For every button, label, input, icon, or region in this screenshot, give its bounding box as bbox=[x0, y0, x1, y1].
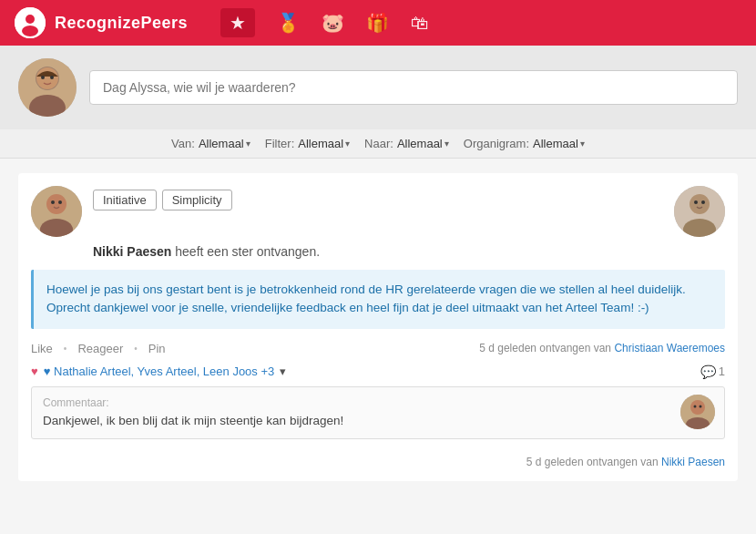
feed-content: Initiative Simplicity Nikki Paesen heeft… bbox=[0, 159, 756, 510]
post-meta-sender: Christiaan Waeremoes bbox=[614, 342, 725, 354]
svg-point-12 bbox=[51, 200, 55, 204]
svg-point-20 bbox=[690, 400, 705, 415]
comment-box: Commentaar: Dankjewel, ik ben blij dat i… bbox=[31, 386, 725, 440]
filter-chevron: ▾ bbox=[345, 139, 350, 149]
tag-simplicity: Simplicity bbox=[162, 190, 232, 211]
filter-naar: Naar: Allemaal ▾ bbox=[364, 137, 449, 150]
van-select[interactable]: Allemaal ▾ bbox=[199, 137, 250, 150]
post-action-links: Like • Reageer • Pin bbox=[31, 342, 166, 355]
post-tags: Initiative Simplicity bbox=[93, 186, 232, 211]
svg-point-1 bbox=[26, 15, 35, 24]
comment-count-number: 1 bbox=[719, 365, 725, 378]
svg-point-18 bbox=[701, 200, 705, 204]
post-message: Hoewel je pas bij ons gestart bent is je… bbox=[31, 270, 725, 329]
nav-star[interactable]: ★ bbox=[220, 8, 255, 37]
comment-count: 💬 1 bbox=[700, 365, 725, 379]
svg-point-8 bbox=[50, 76, 54, 79]
main-nav: ★ 🏅 🐷 🎁 🛍 bbox=[220, 8, 429, 37]
post-time-text: 5 d geleden ontvangen van bbox=[479, 342, 611, 354]
comment-meta: 5 d geleden ontvangen van Nikki Paesen bbox=[18, 452, 738, 481]
nav-gift[interactable]: 🎁 bbox=[366, 12, 389, 34]
svg-point-17 bbox=[694, 200, 698, 204]
dot-2: • bbox=[134, 344, 138, 354]
comment-label: Commentaar: bbox=[43, 396, 713, 409]
svg-point-7 bbox=[41, 76, 45, 79]
comment-bubble-icon: 💬 bbox=[700, 365, 716, 379]
svg-point-23 bbox=[700, 406, 702, 408]
app-title: RecognizePeers bbox=[55, 14, 188, 33]
filter-label: Filter: bbox=[265, 137, 295, 150]
van-chevron: ▾ bbox=[246, 139, 250, 149]
nav-piggy[interactable]: 🐷 bbox=[322, 12, 344, 34]
comment-author-name: Nikki Paesen bbox=[661, 456, 725, 468]
svg-point-2 bbox=[22, 26, 38, 36]
react-button[interactable]: Reageer bbox=[77, 342, 123, 355]
dot-1: • bbox=[64, 344, 67, 354]
post-header: Initiative Simplicity bbox=[18, 173, 738, 237]
naar-select[interactable]: Allemaal ▾ bbox=[397, 137, 449, 150]
filter-organigram: Organigram: Allemaal ▾ bbox=[464, 137, 585, 150]
app-header: RecognizePeers ★ 🏅 🐷 🎁 🛍 bbox=[0, 0, 756, 46]
search-area bbox=[0, 46, 756, 129]
likes-names[interactable]: ♥ Nathalie Arteel, Yves Arteel, Leen Joo… bbox=[44, 365, 275, 378]
search-input[interactable] bbox=[89, 70, 738, 105]
like-button[interactable]: Like bbox=[31, 342, 53, 355]
organigram-select[interactable]: Allemaal ▾ bbox=[533, 137, 585, 150]
tag-initiative: Initiative bbox=[93, 190, 157, 211]
post-actions: Like • Reageer • Pin 5 d geleden ontvang… bbox=[18, 336, 738, 361]
van-label: Van: bbox=[171, 137, 195, 150]
filter-filter: Filter: Allemaal ▾ bbox=[265, 137, 350, 150]
filters-bar: Van: Allemaal ▾ Filter: Allemaal ▾ Naar:… bbox=[0, 129, 756, 159]
filter-van: Van: Allemaal ▾ bbox=[171, 137, 250, 150]
svg-point-15 bbox=[690, 194, 710, 214]
post-time-meta: 5 d geleden ontvangen van Christiaan Wae… bbox=[479, 342, 725, 354]
post-name-line: Nikki Paesen heeft een ster ontvangen. bbox=[18, 237, 738, 262]
naar-chevron: ▾ bbox=[444, 139, 449, 149]
organigram-label: Organigram: bbox=[464, 137, 529, 150]
post-recipient-avatar bbox=[674, 186, 725, 237]
svg-point-10 bbox=[46, 194, 66, 214]
logo: RecognizePeers bbox=[15, 7, 188, 38]
nav-badge[interactable]: 🏅 bbox=[277, 12, 300, 34]
comment-text: Dankjewel, ik ben blij dat ik mijn steen… bbox=[43, 413, 713, 430]
logo-icon bbox=[15, 7, 46, 38]
post-message-text: Hoewel je pas bij ons gestart bent is je… bbox=[46, 282, 686, 314]
user-avatar bbox=[18, 58, 77, 117]
post-action-text: heeft een ster ontvangen. bbox=[171, 244, 320, 259]
post-likes: ♥ ♥ Nathalie Arteel, Yves Arteel, Leen J… bbox=[18, 361, 738, 386]
pin-button[interactable]: Pin bbox=[148, 342, 166, 355]
nav-bag[interactable]: 🛍 bbox=[411, 13, 429, 34]
svg-point-6 bbox=[36, 67, 58, 89]
post-sender-name: Nikki Paesen bbox=[93, 244, 171, 259]
post-card: Initiative Simplicity Nikki Paesen heeft… bbox=[18, 173, 738, 481]
search-wrapper bbox=[89, 70, 738, 105]
svg-point-22 bbox=[694, 406, 697, 408]
comment-time-text: 5 d geleden ontvangen van bbox=[526, 456, 659, 468]
likes-expand-icon[interactable]: ▾ bbox=[280, 365, 286, 378]
svg-point-13 bbox=[58, 200, 62, 204]
organigram-chevron: ▾ bbox=[580, 139, 585, 149]
heart-icon: ♥ bbox=[31, 365, 38, 378]
filter-select[interactable]: Allemaal ▾ bbox=[298, 137, 350, 150]
naar-label: Naar: bbox=[364, 137, 393, 150]
post-sender-avatar bbox=[31, 186, 82, 237]
